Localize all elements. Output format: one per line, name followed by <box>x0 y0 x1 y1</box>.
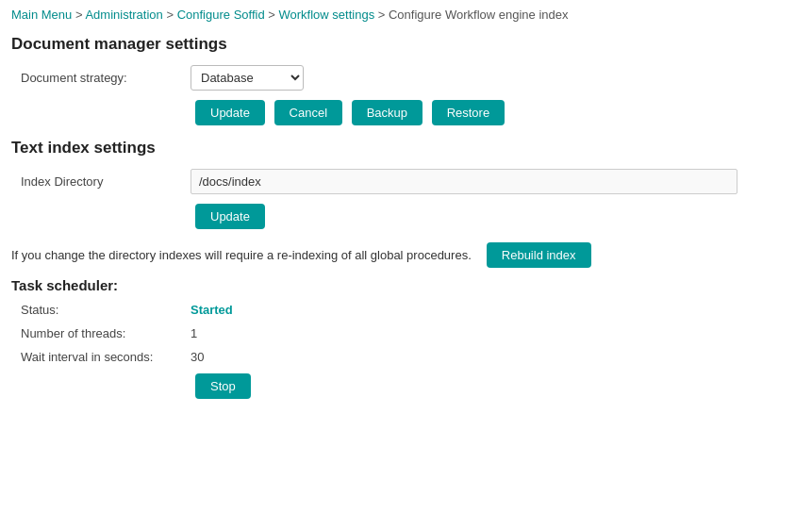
text-index-heading: Text index settings <box>11 139 801 157</box>
index-directory-label: Index Directory <box>21 174 191 189</box>
index-info-text: If you change the directory indexes will… <box>11 248 472 262</box>
info-text-row: If you change the directory indexes will… <box>11 242 801 268</box>
breadcrumb-administration[interactable]: Administration <box>85 8 162 22</box>
status-row: Status: Started <box>11 303 801 317</box>
restore-button[interactable]: Restore <box>432 100 505 125</box>
wait-interval-row: Wait interval in seconds: 30 <box>11 350 801 364</box>
wait-interval-label: Wait interval in seconds: <box>21 350 191 364</box>
text-index-update-row: Update <box>11 204 801 229</box>
document-manager-heading: Document manager settings <box>11 35 801 54</box>
document-manager-section: Document manager settings Document strat… <box>11 35 801 125</box>
breadcrumb-current: Configure Workflow engine index <box>389 8 569 22</box>
breadcrumb-main-menu[interactable]: Main Menu <box>11 8 72 22</box>
task-scheduler-heading: Task scheduler: <box>11 277 801 293</box>
status-value: Started <box>191 303 233 317</box>
wait-interval-value: 30 <box>191 350 204 364</box>
rebuild-index-button[interactable]: Rebuild index <box>487 242 591 268</box>
breadcrumb: Main Menu > Administration > Configure S… <box>11 8 801 22</box>
threads-label: Number of threads: <box>21 326 191 340</box>
task-scheduler-section: Task scheduler: Status: Started Number o… <box>11 277 801 399</box>
update-index-button[interactable]: Update <box>195 204 265 229</box>
backup-button[interactable]: Backup <box>352 100 423 125</box>
index-directory-row: Index Directory <box>11 169 801 194</box>
text-index-section: Text index settings Index Directory Upda… <box>11 139 801 268</box>
threads-value: 1 <box>191 326 197 340</box>
stop-button-row: Stop <box>11 373 801 399</box>
document-strategy-select[interactable]: Database File system Memory <box>191 65 304 91</box>
update-document-button[interactable]: Update <box>195 100 265 125</box>
stop-button[interactable]: Stop <box>195 373 251 399</box>
cancel-document-button[interactable]: Cancel <box>274 100 342 125</box>
breadcrumb-configure-soffid[interactable]: Configure Soffid <box>177 8 265 22</box>
document-manager-buttons: Update Cancel Backup Restore <box>11 100 801 125</box>
document-strategy-label: Document strategy: <box>21 71 191 85</box>
status-label: Status: <box>21 303 191 317</box>
document-strategy-row: Document strategy: Database File system … <box>11 65 801 91</box>
threads-row: Number of threads: 1 <box>11 326 801 340</box>
breadcrumb-workflow-settings[interactable]: Workflow settings <box>279 8 375 22</box>
index-directory-input[interactable] <box>191 169 737 194</box>
